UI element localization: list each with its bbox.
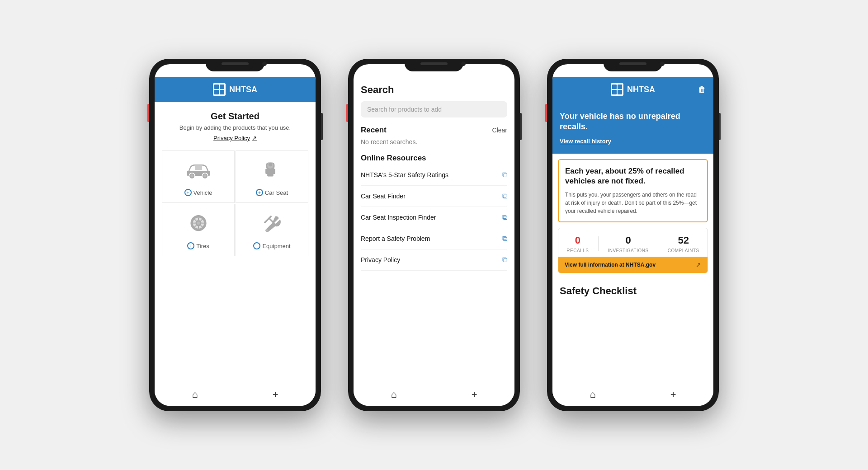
resource-label-4: Privacy Policy (361, 256, 400, 263)
stat-investigations-label: INVESTIGATIONS (608, 248, 648, 253)
resource-item-3[interactable]: Report a Safety Problem ⧉ (361, 228, 507, 249)
bottom-nav-2: ⌂ + (354, 383, 514, 406)
phone-speaker-2 (420, 62, 448, 65)
add-nav-icon-2[interactable]: + (472, 389, 477, 400)
phone-speaker-1 (222, 62, 249, 65)
equipment-icon (258, 213, 287, 238)
svg-rect-5 (195, 166, 202, 170)
recall-banner: Your vehicle has no unrepaired recalls. … (552, 102, 713, 154)
ext-link-icon-2: ⧉ (502, 213, 507, 221)
phone-3: NHTSA 🗑 Your vehicle has no unrepaired r… (547, 59, 719, 411)
stat-complaints-value: 52 (678, 235, 689, 246)
online-resources-title: Online Resources (361, 154, 507, 163)
add-nav-icon-1[interactable]: + (273, 389, 278, 400)
phone-notch-3 (604, 59, 662, 71)
add-nav-icon-3[interactable]: + (670, 389, 676, 400)
tires-icon (184, 213, 213, 238)
recent-section-header: Recent Clear (361, 126, 507, 135)
svg-rect-7 (265, 169, 275, 174)
svg-point-2 (190, 174, 193, 177)
stats-box: 0 RECALLS 0 INVESTIGATIONS 52 COMPLAINTS (558, 228, 708, 273)
grid-item-vehicle[interactable]: + Vehicle (162, 150, 235, 203)
ext-link-icon-1: ⧉ (502, 192, 507, 200)
ext-link-icon-4: ⧉ (502, 256, 507, 264)
bottom-nav-1: ⌂ + (155, 383, 316, 406)
search-page-title: Search (361, 84, 507, 96)
recall-banner-title: Your vehicle has no unrepaired recalls. (560, 111, 706, 132)
stat-complaints: 52 COMPLAINTS (668, 235, 699, 253)
phone1-body: Get Started Begin by adding the products… (155, 102, 316, 383)
product-grid: + Vehicle (162, 150, 308, 256)
nhtsa-link-text: View full information at NHTSA.gov (565, 262, 656, 268)
external-link-icon: ↗ (252, 135, 257, 141)
nhtsa-logo-1: NHTSA (213, 83, 257, 96)
svg-rect-8 (267, 174, 274, 177)
stats-row: 0 RECALLS 0 INVESTIGATIONS 52 COMPLAINTS (558, 228, 708, 257)
phone-notch-2 (405, 59, 463, 71)
stat-investigations: 0 INVESTIGATIONS (608, 235, 648, 253)
phone-camera-1 (262, 61, 267, 66)
carseat-label: + Car Seat (256, 189, 288, 196)
resource-label-3: Report a Safety Problem (361, 235, 430, 242)
resource-label-2: Car Seat Inspection Finder (361, 214, 436, 221)
stat-investigations-value: 0 (625, 235, 631, 246)
no-recent-text: No recent searches. (361, 138, 507, 146)
svg-point-4 (203, 174, 206, 177)
warning-box: Each year, about 25% of recalled vehicle… (558, 159, 708, 222)
phone-1: NHTSA Get Started Begin by adding the pr… (149, 59, 321, 411)
phone-speaker-3 (619, 62, 646, 65)
nhtsa-header-1: NHTSA (155, 77, 316, 102)
home-nav-icon-2[interactable]: ⌂ (391, 389, 396, 400)
home-nav-icon-1[interactable]: ⌂ (192, 389, 198, 400)
nhtsa-logo-3: NHTSA (611, 83, 655, 96)
svg-point-10 (268, 163, 272, 166)
home-nav-icon-3[interactable]: ⌂ (590, 389, 595, 400)
nhtsa-header-3: NHTSA 🗑 (552, 77, 713, 102)
safety-checklist-title: Safety Checklist (552, 279, 713, 300)
resource-item-1[interactable]: Car Seat Finder ⧉ (361, 186, 507, 207)
recent-title: Recent (361, 126, 387, 135)
nhtsa-logo-icon-3 (611, 83, 623, 96)
resource-label-1: Car Seat Finder (361, 193, 406, 200)
bottom-nav-3: ⌂ + (552, 383, 713, 406)
svg-point-23 (265, 229, 268, 231)
nhtsa-logo-text-1: NHTSA (229, 85, 257, 94)
search-input[interactable]: Search for products to add (361, 101, 507, 118)
ext-link-icon-3: ⧉ (502, 235, 507, 243)
svg-point-14 (197, 221, 200, 225)
resource-list: NHTSA's 5-Star Safety Ratings ⧉ Car Seat… (361, 164, 507, 271)
stat-recalls: 0 RECALLS (566, 235, 589, 253)
warning-title: Each year, about 25% of recalled vehicle… (565, 166, 701, 186)
resource-label-0: NHTSA's 5-Star Safety Ratings (361, 171, 448, 179)
clear-button[interactable]: Clear (492, 127, 507, 134)
phone-notch-1 (206, 59, 264, 71)
vehicle-add-icon: + (184, 189, 192, 196)
equipment-add-icon: + (253, 242, 260, 249)
resource-item-0[interactable]: NHTSA's 5-Star Safety Ratings ⧉ (361, 164, 507, 186)
stat-divider-2 (658, 236, 658, 251)
stat-recalls-value: 0 (575, 235, 580, 246)
trash-icon[interactable]: 🗑 (698, 85, 706, 94)
nhtsa-logo-text-3: NHTSA (627, 85, 655, 94)
warning-body: This puts you, your passengers and other… (565, 191, 701, 215)
resource-item-2[interactable]: Car Seat Inspection Finder ⧉ (361, 207, 507, 228)
grid-item-equipment[interactable]: + Equipment (236, 204, 308, 256)
stat-recalls-label: RECALLS (566, 248, 589, 253)
privacy-policy-link[interactable]: Privacy Policy ↗ (213, 135, 257, 141)
phone3-body: Your vehicle has no unrepaired recalls. … (552, 102, 713, 383)
nhtsa-logo-icon-1 (213, 83, 226, 96)
phone-camera-3 (660, 61, 665, 66)
resource-item-4[interactable]: Privacy Policy ⧉ (361, 249, 507, 271)
vehicle-label: + Vehicle (184, 189, 212, 196)
recall-history-link[interactable]: View recall history (560, 138, 706, 145)
grid-item-tires[interactable]: + Tires (162, 204, 235, 256)
get-started-subtitle: Begin by adding the products that you us… (179, 124, 291, 131)
nhtsa-link-bar[interactable]: View full information at NHTSA.gov ↗ (558, 257, 708, 273)
ext-link-icon-0: ⧉ (502, 171, 507, 179)
carseat-add-icon: + (256, 189, 263, 196)
grid-item-carseat[interactable]: + Car Seat (236, 150, 308, 203)
stat-complaints-label: COMPLAINTS (668, 248, 699, 253)
phone-2: Search Search for products to add Recent… (348, 59, 520, 411)
phone-camera-2 (461, 61, 466, 66)
stat-divider-1 (598, 236, 599, 251)
